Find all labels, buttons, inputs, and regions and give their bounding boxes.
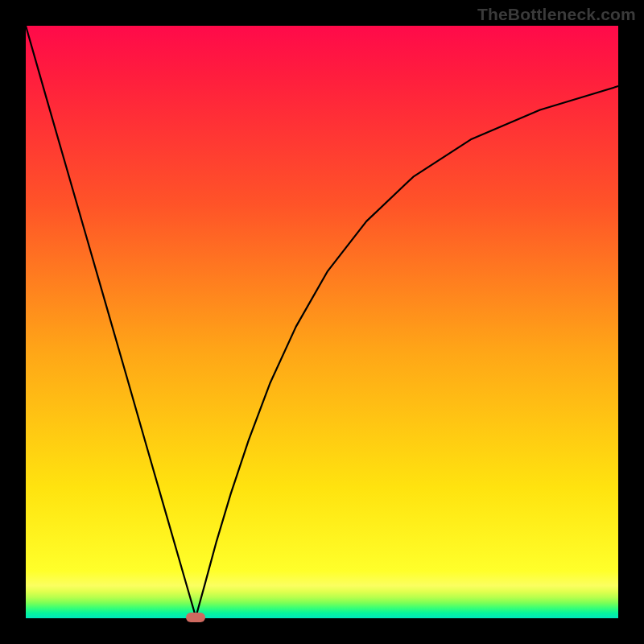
plot-area xyxy=(26,26,618,618)
watermark-text: TheBottleneck.com xyxy=(477,5,636,24)
optimal-point-marker xyxy=(186,613,205,622)
chart-frame: TheBottleneck.com xyxy=(0,0,644,644)
bottleneck-curve xyxy=(26,26,618,618)
curve-left-branch xyxy=(26,26,196,617)
curve-right-branch xyxy=(196,86,618,617)
